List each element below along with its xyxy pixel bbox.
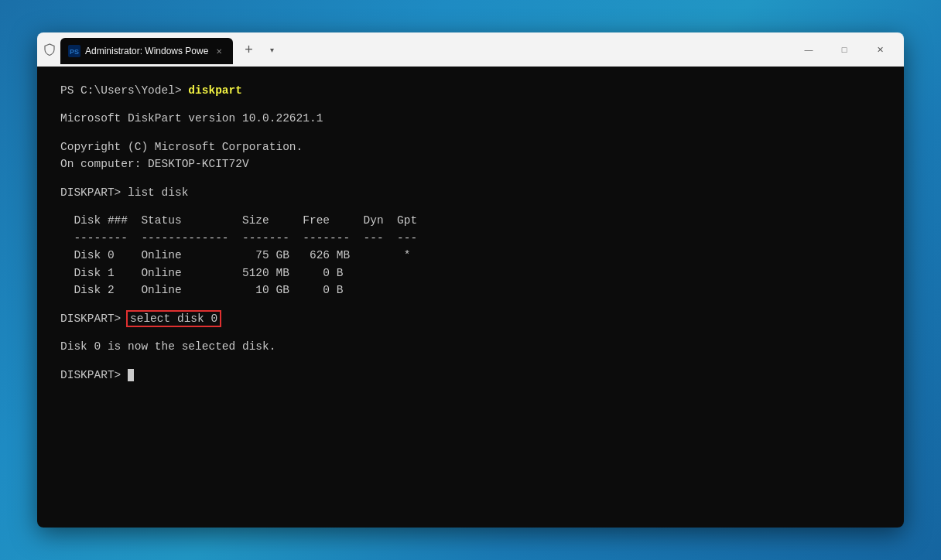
disk-table-divider: -------- ------------- ------- ------- -… <box>60 230 881 247</box>
minimize-button[interactable]: — <box>791 37 826 62</box>
svg-text:PS: PS <box>70 48 79 56</box>
terminal-window: PS Administrator: Windows Powe ✕ + ▾ — □… <box>37 32 904 528</box>
listdisk-command-line: DISKPART> list disk <box>60 184 881 201</box>
maximize-button[interactable]: □ <box>826 37 862 62</box>
spacer-5 <box>60 299 881 310</box>
disk-row-2: Disk 2 Online 10 GB 0 B <box>60 282 881 299</box>
computer-line: On computer: DESKTOP-KCIT72V <box>60 155 881 172</box>
titlebar: PS Administrator: Windows Powe ✕ + ▾ — □… <box>37 32 904 67</box>
disk-table-header: Disk ### Status Size Free Dyn Gpt <box>60 212 881 229</box>
diskpart-command: diskpart <box>188 84 242 97</box>
spacer-1 <box>60 99 881 110</box>
spacer-3 <box>60 173 881 184</box>
diskpart-prompt-3: DISKPART> <box>60 369 128 381</box>
new-tab-button[interactable]: + <box>238 39 259 60</box>
selected-message: Disk 0 is now the selected disk. <box>60 338 881 355</box>
cursor <box>128 369 134 381</box>
window-controls: — □ ✕ <box>791 37 898 62</box>
tab-dropdown-button[interactable]: ▾ <box>264 39 279 60</box>
disk-row-1: Disk 1 Online 5120 MB 0 B <box>60 265 881 282</box>
disk-row-0: Disk 0 Online 75 GB 626 MB * <box>60 247 881 264</box>
close-button[interactable]: ✕ <box>862 37 898 62</box>
shield-icon <box>43 43 56 56</box>
tab-close-button[interactable]: ✕ <box>213 45 225 57</box>
select-command-line: DISKPART> select disk 0 <box>60 310 881 327</box>
command-line-diskpart: PS C:\Users\Yodel> diskpart <box>60 82 881 99</box>
select-command-boxed: select disk 0 <box>128 312 220 326</box>
final-prompt-line: DISKPART> <box>60 367 881 384</box>
prompt-prefix: PS C:\Users\Yodel> <box>60 84 188 97</box>
diskpart-prompt-2: DISKPART> <box>60 312 128 325</box>
terminal-body[interactable]: PS C:\Users\Yodel> diskpart Microsoft Di… <box>37 67 904 528</box>
spacer-4 <box>60 201 881 212</box>
powershell-icon: PS <box>68 45 80 57</box>
copyright-line: Copyright (C) Microsoft Corporation. <box>60 138 881 155</box>
spacer-7 <box>60 356 881 367</box>
active-tab[interactable]: PS Administrator: Windows Powe ✕ <box>60 38 233 64</box>
version-line: Microsoft DiskPart version 10.0.22621.1 <box>60 110 881 127</box>
spacer-2 <box>60 128 881 138</box>
spacer-6 <box>60 327 881 338</box>
tab-title: Administrator: Windows Powe <box>85 46 208 56</box>
